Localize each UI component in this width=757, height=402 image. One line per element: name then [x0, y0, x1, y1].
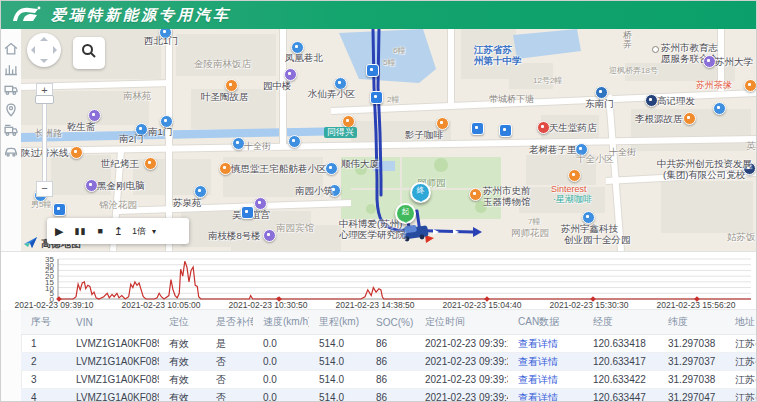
app-title: 爱瑞特新能源专用汽车 — [51, 6, 231, 25]
table-cell: 514.0 — [309, 338, 366, 349]
table-cell: 0.0 — [253, 356, 309, 367]
home-icon — [4, 42, 18, 59]
sidebar-item-tracking[interactable] — [4, 103, 18, 117]
map-label: 苏州茶缘 — [696, 81, 732, 90]
blue-poi-icon[interactable] — [288, 135, 301, 148]
can-data-link[interactable]: 查看详情 — [508, 355, 583, 369]
sidebar-item-vehicles[interactable] — [4, 82, 18, 96]
zoom-slider-handle[interactable] — [35, 95, 54, 104]
bus-poi-icon[interactable] — [499, 124, 512, 137]
map-view[interactable]: 西北1门金陵南林饭店凤凰巷北叶圣陶故居园中楼水仙弄小区南林苑南1门南2门乾生斋长… — [21, 29, 757, 251]
export-icon[interactable]: ↥ — [114, 225, 123, 238]
track-data-table: 序号VIN定位是否补传速度(km/h)里程(km)SOC(%)定位时间CAN数据… — [21, 309, 757, 402]
map-label: 园中楼 — [263, 81, 292, 91]
location-pin-icon — [4, 103, 18, 120]
bus-poi-icon[interactable] — [370, 91, 383, 104]
sidebar-item-fleet[interactable] — [4, 123, 18, 137]
play-button[interactable]: ▶ — [55, 225, 63, 238]
map-label: 黑金刚电脑 — [97, 181, 145, 191]
map-label: 苏州市史前 — [483, 186, 531, 196]
map-label: 江苏省苏 — [474, 45, 512, 55]
pause-button[interactable]: ▮▮ — [74, 226, 86, 236]
table-row[interactable]: 2LVMZ1G1A0KF089390有效否0.0514.0862021-02-2… — [21, 353, 757, 371]
bus-poi-icon[interactable] — [53, 203, 66, 216]
dot-poi-icon[interactable] — [652, 46, 659, 53]
table-cell: 2021-02-23 09:39:10 — [415, 338, 508, 349]
map-label: 南园小筑 — [295, 186, 333, 196]
orange-poi-icon[interactable] — [683, 112, 696, 125]
map-label: 中科博爱(苏州) — [339, 219, 402, 229]
map-pan-control[interactable] — [27, 33, 61, 67]
table-row[interactable]: 1LVMZ1G1A0KF089390有效是0.0514.0862021-02-2… — [21, 335, 757, 353]
column-header: 速度(km/h) — [253, 315, 309, 329]
table-cell: 31.297047 — [658, 392, 725, 402]
table-cell: 2 — [21, 356, 66, 367]
table-cell: 514.0 — [309, 374, 366, 385]
stop-button[interactable]: ■ — [97, 226, 102, 236]
purple-poi-icon[interactable] — [263, 229, 276, 242]
orange-poi-icon[interactable] — [744, 79, 757, 92]
playback-speed[interactable]: 1倍 — [132, 225, 146, 238]
map-label: 英雄 — [746, 141, 757, 151]
table-cell: 86 — [366, 374, 415, 385]
column-header: 定位 — [159, 315, 206, 329]
orange-poi-icon[interactable] — [469, 188, 482, 201]
can-data-link[interactable]: 查看详情 — [508, 337, 583, 351]
map-label: 天生堂药店 — [549, 123, 597, 133]
table-row[interactable]: 4LVMZ1G1A0KF089390有效否0.0514.0862021-02-2… — [21, 389, 757, 402]
route-start-marker[interactable]: 起 — [395, 203, 416, 224]
map-label: 顺伟大厦 — [341, 159, 379, 169]
blue-poi-icon[interactable] — [713, 102, 726, 115]
map-label: 老树巷子里 — [529, 145, 577, 155]
orange-poi-icon[interactable] — [144, 157, 157, 170]
zoom-out-button[interactable]: − — [36, 181, 53, 197]
bar-chart-icon — [4, 62, 18, 79]
table-cell: 31.297038 — [658, 374, 725, 385]
column-header: 纬度 — [658, 315, 725, 329]
map-label: 12号2幢 — [533, 77, 562, 85]
bus-poi-icon[interactable] — [471, 122, 484, 135]
table-cell: 2021-02-23 09:39:40 — [415, 392, 508, 402]
table-cell: LVMZ1G1A0KF089390 — [66, 392, 159, 402]
map-label: 玉器博物馆 — [483, 197, 531, 207]
table-row[interactable]: 3LVMZ1G1A0KF089390有效否0.0514.0862021-02-2… — [21, 371, 757, 389]
bus-poi-icon[interactable] — [241, 206, 254, 219]
table-cell: 2021-02-23 09:39:20 — [415, 356, 508, 367]
speed-dropdown-caret[interactable]: ▾ — [152, 227, 156, 236]
brand-logo-icon — [11, 5, 41, 25]
table-header-row: 序号VIN定位是否补传速度(km/h)里程(km)SOC(%)定位时间CAN数据… — [21, 310, 757, 335]
can-data-link[interactable]: 查看详情 — [508, 391, 583, 402]
map-label: 东南门 — [585, 99, 614, 109]
map-label: 南园宾馆 — [276, 223, 314, 233]
can-data-link[interactable]: 查看详情 — [508, 373, 583, 387]
sidebar-item-statistics[interactable] — [4, 62, 18, 76]
map-label: 长洲路 — [35, 129, 62, 138]
speed-chart: 051015202530352021-02-23 09:39:102021-02… — [1, 251, 757, 310]
map-label: 锦沧花园 — [99, 200, 137, 210]
bus-poi-icon[interactable] — [366, 64, 379, 77]
zoom-slider-track[interactable] — [42, 91, 47, 189]
map-label: 乾生斋 — [67, 122, 96, 132]
table-cell: 江苏省苏 — [725, 373, 757, 387]
map-label: 南枝楼8号楼 — [208, 231, 261, 241]
table-cell: 4 — [21, 392, 66, 402]
table-cell: 514.0 — [309, 392, 366, 402]
column-header: 里程(km) — [309, 315, 366, 329]
column-header: VIN — [66, 317, 159, 328]
route-end-marker[interactable]: 终 — [410, 182, 431, 203]
orange-poi-icon[interactable] — [70, 146, 83, 159]
map-label: 十全街 — [244, 142, 271, 151]
table-cell: 有效 — [159, 391, 206, 402]
sidebar-item-car[interactable] — [4, 144, 18, 158]
table-cell: 1 — [21, 338, 66, 349]
vehicle-monitor-app: { "header": {"title": "爱瑞特新能源专用汽车"}, "si… — [0, 0, 757, 402]
table-cell: 86 — [366, 356, 415, 367]
map-label: 南林苑 — [123, 91, 152, 101]
map-search-button[interactable] — [73, 37, 105, 69]
orange-poi-icon[interactable] — [568, 169, 581, 182]
sidebar-item-home[interactable] — [4, 42, 18, 56]
table-cell: 31.297037 — [658, 356, 725, 367]
map-label: 叶圣陶故居 — [201, 92, 249, 102]
map-label: 姑苏饭店 — [727, 232, 757, 242]
table-cell: 是 — [206, 337, 253, 351]
